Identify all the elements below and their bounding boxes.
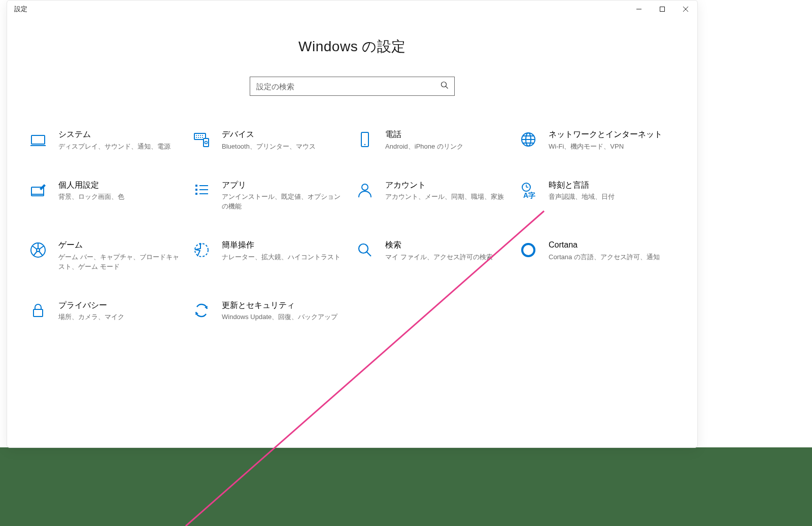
tile-description: ディスプレイ、サウンド、通知、電源: [58, 142, 180, 152]
devices-icon: [191, 129, 212, 150]
gaming-icon: [28, 240, 48, 260]
privacy-icon: [28, 300, 48, 321]
content-area: Windows の設定 システムディスプレイ、サウンド、通知、電源デバイスBlu…: [7, 18, 697, 447]
tile-text: システムディスプレイ、サウンド、通知、電源: [58, 129, 180, 152]
tile-title: 検索: [385, 240, 507, 251]
tile-description: Cortana の言語、アクセス許可、通知: [549, 253, 670, 262]
settings-window: 設定 Windows の設定 システムディスプレイ、サウンド、通知: [7, 0, 698, 448]
tile-description: 音声認識、地域、日付: [549, 192, 670, 202]
settings-tile-search-cat[interactable]: 検索マイ ファイル、アクセス許可の検索: [355, 240, 513, 271]
tile-description: 背景、ロック画面、色: [58, 192, 180, 202]
tile-text: CortanaCortana の言語、アクセス許可、通知: [549, 240, 670, 262]
tile-title: デバイス: [222, 129, 344, 140]
search-container: [250, 77, 455, 96]
tile-description: アンインストール、既定値、オプションの機能: [222, 192, 344, 212]
tile-text: 電話Android、iPhone のリンク: [385, 129, 507, 152]
tile-title: ネットワークとインターネット: [549, 129, 670, 140]
tile-title: Cortana: [549, 240, 670, 251]
tile-text: ゲームゲーム バー、キャプチャ、ブロードキャスト、ゲーム モード: [58, 240, 180, 271]
tile-text: デバイスBluetooth、プリンター、マウス: [222, 129, 344, 152]
svg-line-5: [446, 86, 448, 88]
settings-tile-phone[interactable]: 電話Android、iPhone のリンク: [355, 129, 513, 152]
settings-tile-ease[interactable]: 簡単操作ナレーター、拡大鏡、ハイコントラスト: [191, 240, 350, 271]
minimize-icon: [636, 7, 641, 12]
tile-title: 電話: [385, 129, 507, 140]
tile-text: 簡単操作ナレーター、拡大鏡、ハイコントラスト: [222, 240, 344, 262]
tile-title: プライバシー: [58, 300, 180, 311]
tile-text: アカウントアカウント、メール、同期、職場、家族: [385, 180, 507, 202]
titlebar: 設定: [7, 1, 697, 18]
settings-tile-cortana[interactable]: CortanaCortana の言語、アクセス許可、通知: [518, 240, 676, 271]
apps-icon: [191, 180, 212, 200]
settings-tile-privacy[interactable]: プライバシー場所、カメラ、マイク: [28, 300, 186, 323]
tile-title: アプリ: [222, 180, 344, 191]
phone-icon: [355, 129, 375, 150]
update-icon: [191, 300, 212, 321]
close-button[interactable]: [674, 1, 697, 18]
page-title: Windows の設定: [298, 37, 406, 56]
search-input[interactable]: [250, 77, 455, 96]
tile-title: ゲーム: [58, 240, 180, 251]
settings-tile-apps[interactable]: アプリアンインストール、既定値、オプションの機能: [191, 180, 350, 212]
tile-text: 更新とセキュリティWindows Update、回復、バックアップ: [222, 300, 344, 323]
tile-text: ネットワークとインターネットWi-Fi、機内モード、VPN: [549, 129, 670, 152]
tile-title: 簡単操作: [222, 240, 344, 251]
maximize-icon: [660, 7, 665, 12]
desktop-taskbar-area: [0, 447, 812, 526]
accounts-icon: [355, 180, 375, 200]
tile-description: アカウント、メール、同期、職場、家族: [385, 192, 507, 202]
tile-description: ナレーター、拡大鏡、ハイコントラスト: [222, 253, 344, 262]
tile-title: システム: [58, 129, 180, 140]
close-icon: [683, 7, 688, 12]
search-cat-icon: [355, 240, 375, 260]
tile-description: Wi-Fi、機内モード、VPN: [549, 142, 670, 152]
settings-tile-devices[interactable]: デバイスBluetooth、プリンター、マウス: [191, 129, 350, 152]
tile-description: Bluetooth、プリンター、マウス: [222, 142, 344, 152]
tile-description: ゲーム バー、キャプチャ、ブロードキャスト、ゲーム モード: [58, 253, 180, 272]
settings-tile-update[interactable]: 更新とセキュリティWindows Update、回復、バックアップ: [191, 300, 350, 323]
tile-title: 更新とセキュリティ: [222, 300, 344, 311]
svg-point-4: [442, 82, 447, 87]
time-lang-icon: [518, 180, 538, 200]
svg-rect-1: [660, 7, 665, 12]
settings-tile-system[interactable]: システムディスプレイ、サウンド、通知、電源: [28, 129, 186, 152]
settings-tile-personalize[interactable]: 個人用設定背景、ロック画面、色: [28, 180, 186, 212]
tile-title: アカウント: [385, 180, 507, 191]
window-title: 設定: [14, 5, 27, 14]
settings-tile-gaming[interactable]: ゲームゲーム バー、キャプチャ、ブロードキャスト、ゲーム モード: [28, 240, 186, 271]
maximize-button[interactable]: [651, 1, 674, 18]
network-icon: [518, 129, 538, 150]
tile-description: 場所、カメラ、マイク: [58, 312, 180, 322]
personalize-icon: [28, 180, 48, 200]
tile-description: Android、iPhone のリンク: [385, 142, 507, 152]
system-icon: [28, 129, 48, 150]
tile-description: マイ ファイル、アクセス許可の検索: [385, 253, 507, 262]
tile-text: プライバシー場所、カメラ、マイク: [58, 300, 180, 323]
settings-tile-network[interactable]: ネットワークとインターネットWi-Fi、機内モード、VPN: [518, 129, 676, 152]
tile-title: 個人用設定: [58, 180, 180, 191]
tile-title: 時刻と言語: [549, 180, 670, 191]
minimize-button[interactable]: [627, 1, 651, 18]
tile-text: 時刻と言語音声認識、地域、日付: [549, 180, 670, 202]
settings-tile-time-lang[interactable]: 時刻と言語音声認識、地域、日付: [518, 180, 676, 212]
titlebar-controls: [627, 1, 697, 18]
ease-icon: [191, 240, 212, 260]
tile-description: Windows Update、回復、バックアップ: [222, 312, 344, 322]
settings-grid: システムディスプレイ、サウンド、通知、電源デバイスBluetooth、プリンター…: [23, 129, 682, 322]
cortana-icon: [518, 240, 538, 260]
tile-text: アプリアンインストール、既定値、オプションの機能: [222, 180, 344, 212]
tile-text: 検索マイ ファイル、アクセス許可の検索: [385, 240, 507, 262]
settings-tile-accounts[interactable]: アカウントアカウント、メール、同期、職場、家族: [355, 180, 513, 212]
search-icon: [441, 81, 449, 91]
tile-text: 個人用設定背景、ロック画面、色: [58, 180, 180, 202]
